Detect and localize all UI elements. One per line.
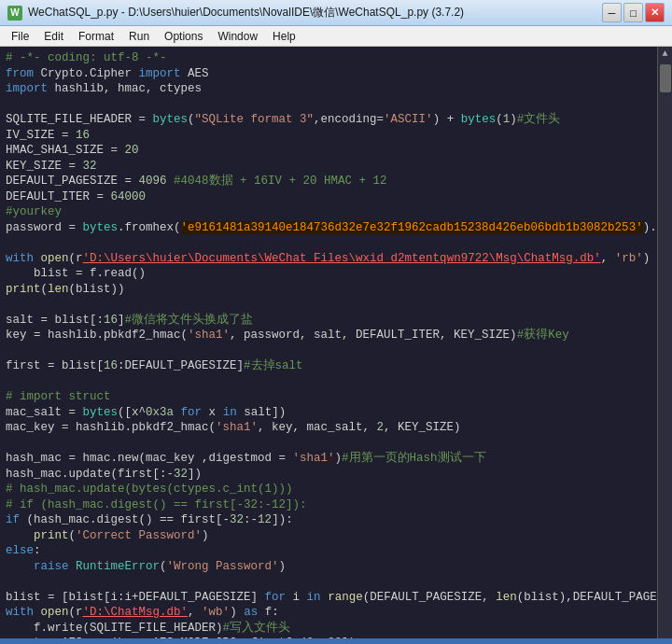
menu-file[interactable]: File xyxy=(4,28,36,45)
editor-container: # -*- coding: utf-8 -*- from Crypto.Ciph… xyxy=(0,47,672,638)
code-editor[interactable]: # -*- coding: utf-8 -*- from Crypto.Ciph… xyxy=(0,47,657,638)
title-bar: W WeChatSQL_p.py - D:\Users\huier\Docume… xyxy=(0,0,672,26)
menu-options[interactable]: Options xyxy=(157,28,210,45)
window-controls: ─ □ ✕ xyxy=(602,3,665,22)
menu-edit[interactable]: Edit xyxy=(36,28,71,45)
maximize-button[interactable]: □ xyxy=(623,3,643,22)
vertical-scrollbar[interactable]: ▲ xyxy=(657,47,672,638)
close-button[interactable]: ✕ xyxy=(645,3,665,22)
window-title: WeChatSQL_p.py - D:\Users\huier\Document… xyxy=(28,5,464,21)
minimize-button[interactable]: ─ xyxy=(602,3,622,22)
menu-bar: File Edit Format Run Options Window Help xyxy=(0,26,672,47)
menu-help[interactable]: Help xyxy=(265,28,303,45)
status-bar: Ln: 1 Col: 0 xyxy=(0,638,672,644)
menu-format[interactable]: Format xyxy=(71,28,121,45)
menu-run[interactable]: Run xyxy=(121,28,157,45)
menu-window[interactable]: Window xyxy=(210,28,265,45)
app-icon: W xyxy=(7,6,22,21)
scrollbar-thumb[interactable] xyxy=(660,64,671,92)
scrollbar-up-arrow[interactable]: ▲ xyxy=(662,49,667,59)
